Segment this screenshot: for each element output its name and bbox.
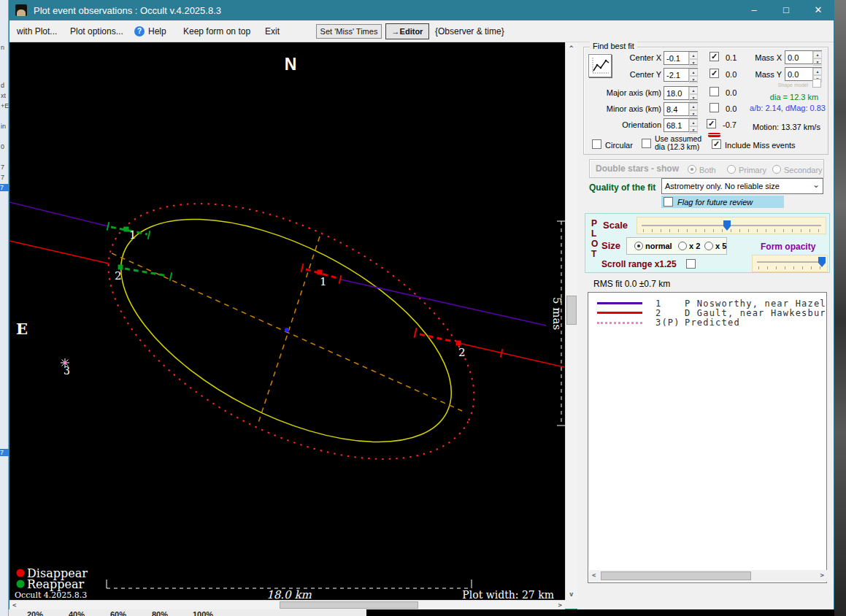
strike-icon [708, 133, 720, 137]
primary-label: Primary [739, 166, 766, 174]
spin-down-icon[interactable]: ▼ [689, 59, 698, 66]
form-opacity-slider[interactable] [752, 255, 828, 272]
spin-up-icon[interactable]: ▲ [689, 103, 698, 110]
station-row[interactable]: 1 P Nosworthy, near Hazel [588, 299, 826, 308]
spin-up-icon[interactable]: ▲ [813, 51, 822, 58]
minor-axis-spinner[interactable]: ▲▼ [688, 103, 698, 115]
major-axis-spinner[interactable]: ▲▼ [688, 87, 698, 99]
secondary-radio[interactable] [772, 165, 781, 174]
plot-horizontal-scrollbar[interactable]: < > [9, 600, 565, 609]
titlebar[interactable]: Plot event observations : Occult v.4.202… [9, 0, 834, 20]
scroll-up-icon[interactable]: ^ [569, 45, 573, 52]
reappear-dot [17, 580, 25, 588]
size-radio-group: normal x 2 x 5 [626, 237, 727, 255]
zoom-20[interactable]: 20% [27, 610, 43, 616]
quality-select[interactable]: Astrometry only. No reliable size ⌄ [661, 178, 823, 194]
zoom-80[interactable]: 80% [152, 610, 168, 616]
rms-label: RMS fit 0.0 ±0.7 km [593, 279, 670, 289]
size-normal-radio[interactable] [634, 242, 643, 250]
spin-down-icon[interactable]: ▼ [813, 58, 822, 66]
orientation-fit-checkbox[interactable] [707, 119, 716, 128]
editor-button[interactable]: →Editor [385, 23, 429, 39]
include-miss-checkbox[interactable] [712, 139, 721, 149]
both-radio[interactable] [688, 165, 696, 174]
chord1-reappear-marker[interactable] [124, 227, 129, 232]
station-list[interactable]: 1 P Nosworthy, near Hazel 2 D Gault, nea… [588, 292, 827, 583]
minimize-button[interactable]: – [738, 0, 770, 20]
spin-down-icon[interactable]: ▼ [689, 126, 698, 134]
menu-keep-form-on-top[interactable]: Keep form on top [183, 26, 250, 36]
scroll-range-checkbox[interactable] [686, 259, 696, 269]
menu-exit[interactable]: Exit [265, 26, 280, 36]
scroll-right-icon[interactable]: > [820, 571, 824, 579]
center-x-fit-checkbox[interactable] [710, 52, 719, 61]
center-x-sigma: 0.1 [726, 53, 737, 62]
spin-down-icon[interactable]: ▼ [689, 110, 698, 118]
scale-slider[interactable] [637, 217, 826, 234]
minor-axis-label: Minor axis (km) [591, 104, 661, 113]
background-window-sliver: n d xt +E in 0 7 7 7 7 [0, 0, 9, 616]
opacity-slider-ticks [758, 266, 824, 269]
station-row[interactable]: 3(P) Predicted [588, 317, 826, 327]
mass-x-label: Mass X [753, 53, 782, 62]
station-scroll-thumb[interactable] [601, 571, 751, 580]
spin-up-icon[interactable]: ▲ [813, 68, 822, 75]
spin-up-icon[interactable]: ▲ [689, 69, 698, 76]
opacity-slider-groove [757, 261, 824, 263]
circular-checkbox[interactable] [592, 139, 601, 149]
center-y-label: Center Y [618, 70, 661, 79]
fit-graph-button[interactable] [588, 54, 612, 77]
size-x5-radio[interactable] [704, 242, 713, 250]
chord2-disappear-marker[interactable] [456, 341, 461, 346]
sliver-fragment: n [1, 44, 4, 51]
sliver-fragment-selected: 7 [0, 184, 9, 191]
chord1-label: 1 [129, 228, 136, 242]
primary-radio[interactable] [727, 165, 736, 174]
predicted-site-label: 3 [64, 365, 70, 377]
scroll-right-icon[interactable]: > [558, 601, 562, 609]
spin-down-icon[interactable]: ▼ [689, 76, 698, 83]
flag-checkbox[interactable] [664, 197, 673, 207]
major-axis-fit-checkbox[interactable] [710, 87, 719, 96]
right-panel: Find best fit Center X -0.1 ▲▼ 0.1 Mass … [577, 42, 834, 609]
scale-slider-ticks [643, 229, 820, 232]
spin-up-icon[interactable]: ▲ [689, 119, 698, 126]
menu-plot-options[interactable]: Plot options... [70, 26, 123, 36]
mass-x-spinner[interactable]: ▲▼ [812, 51, 822, 63]
center-x-spinner[interactable]: ▲▼ [688, 52, 698, 64]
zoom-100[interactable]: 100% [193, 610, 213, 616]
center-y-spinner[interactable]: ▲▼ [688, 69, 698, 81]
spin-up-icon[interactable]: ▲ [689, 52, 698, 59]
zoom-60[interactable]: 60% [110, 610, 126, 616]
scroll-left-icon[interactable]: < [592, 571, 596, 579]
menu-with-plot[interactable]: with Plot... [17, 26, 57, 36]
station-row[interactable]: 2 D Gault, near Hawkesbur [588, 308, 826, 317]
center-y-fit-checkbox[interactable] [710, 69, 719, 78]
plot-vertical-scrollbar[interactable]: ^ v [565, 42, 577, 600]
scroll-left-icon[interactable]: < [12, 601, 16, 609]
maximize-button[interactable]: □ [770, 0, 802, 20]
vscroll-thumb[interactable] [566, 296, 577, 325]
use-assumed-checkbox[interactable] [642, 139, 651, 148]
size-normal-label: normal [645, 242, 672, 250]
major-axis-sigma: 0.0 [726, 88, 737, 97]
hscroll-thumb[interactable] [280, 601, 418, 609]
spin-down-icon[interactable]: ▼ [689, 94, 698, 101]
size-x2-radio[interactable] [678, 242, 687, 250]
scroll-down-icon[interactable]: v [569, 590, 573, 598]
observer-time-label: {Observer & time} [435, 26, 504, 36]
plot-canvas[interactable]: N E 1 1 [9, 42, 565, 600]
chord2-label: 2 [115, 269, 122, 282]
spin-up-icon[interactable]: ▲ [689, 87, 698, 94]
set-miss-times-button[interactable]: Set 'Miss' Times [316, 24, 382, 39]
help-icon[interactable]: ? [134, 26, 145, 36]
chord1-disappear-marker[interactable] [318, 270, 323, 275]
zoom-40[interactable]: 40% [69, 610, 85, 616]
station-list-scrollbar[interactable]: < > [589, 570, 827, 582]
minor-axis-fit-checkbox[interactable] [710, 103, 719, 112]
opacity-slider-thumb[interactable] [818, 257, 826, 267]
orientation-spinner[interactable]: ▲▼ [688, 119, 698, 131]
menu-help[interactable]: Help [148, 26, 166, 36]
close-button[interactable]: ✕ [802, 0, 834, 20]
shape-model-checkbox[interactable] [812, 79, 821, 88]
